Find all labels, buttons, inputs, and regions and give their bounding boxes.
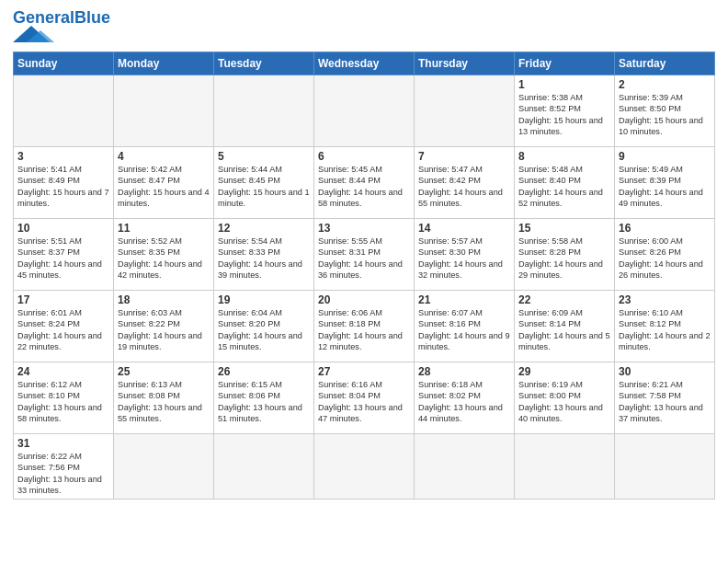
calendar-cell: 2Sunrise: 5:39 AM Sunset: 8:50 PM Daylig… (615, 75, 715, 146)
day-info: Sunrise: 6:10 AM Sunset: 8:12 PM Dayligh… (619, 307, 711, 353)
logo: GeneralBlue (13, 9, 110, 46)
calendar-cell: 29Sunrise: 6:19 AM Sunset: 8:00 PM Dayli… (515, 362, 615, 433)
day-number: 2 (619, 78, 711, 91)
calendar-cell: 10Sunrise: 5:51 AM Sunset: 8:37 PM Dayli… (14, 218, 114, 290)
calendar-week-row: 17Sunrise: 6:01 AM Sunset: 8:24 PM Dayli… (14, 290, 715, 362)
day-info: Sunrise: 5:41 AM Sunset: 8:49 PM Dayligh… (17, 164, 109, 210)
day-info: Sunrise: 6:06 AM Sunset: 8:18 PM Dayligh… (318, 307, 410, 353)
day-info: Sunrise: 5:55 AM Sunset: 8:31 PM Dayligh… (318, 236, 410, 282)
logo-icon (13, 26, 68, 42)
weekday-header-tuesday: Tuesday (214, 52, 314, 75)
day-info: Sunrise: 5:52 AM Sunset: 8:35 PM Dayligh… (118, 236, 210, 282)
calendar-cell: 6Sunrise: 5:45 AM Sunset: 8:44 PM Daylig… (314, 146, 415, 218)
day-number: 20 (318, 293, 410, 306)
calendar-cell (314, 75, 415, 146)
calendar-cell (515, 433, 615, 500)
day-number: 5 (218, 150, 310, 163)
day-number: 19 (218, 293, 310, 306)
day-number: 21 (418, 293, 510, 306)
calendar-cell: 27Sunrise: 6:16 AM Sunset: 8:04 PM Dayli… (314, 362, 415, 433)
day-info: Sunrise: 6:15 AM Sunset: 8:06 PM Dayligh… (218, 379, 310, 425)
calendar-week-row: 10Sunrise: 5:51 AM Sunset: 8:37 PM Dayli… (14, 218, 715, 290)
calendar-cell (415, 75, 515, 146)
day-number: 17 (17, 293, 109, 306)
calendar-cell (214, 433, 314, 500)
day-number: 18 (118, 293, 210, 306)
calendar-cell (314, 433, 415, 500)
calendar-cell: 20Sunrise: 6:06 AM Sunset: 8:18 PM Dayli… (314, 290, 415, 362)
day-number: 3 (17, 150, 109, 163)
day-number: 4 (118, 150, 210, 163)
calendar-cell: 12Sunrise: 5:54 AM Sunset: 8:33 PM Dayli… (214, 218, 314, 290)
calendar-cell: 8Sunrise: 5:48 AM Sunset: 8:40 PM Daylig… (515, 146, 615, 218)
day-info: Sunrise: 5:58 AM Sunset: 8:28 PM Dayligh… (518, 236, 610, 282)
day-number: 1 (518, 78, 610, 91)
day-info: Sunrise: 5:38 AM Sunset: 8:52 PM Dayligh… (518, 92, 610, 138)
day-number: 24 (17, 365, 109, 378)
calendar-cell: 17Sunrise: 6:01 AM Sunset: 8:24 PM Dayli… (14, 290, 114, 362)
day-info: Sunrise: 5:42 AM Sunset: 8:47 PM Dayligh… (118, 164, 210, 210)
calendar-cell: 16Sunrise: 6:00 AM Sunset: 8:26 PM Dayli… (615, 218, 715, 290)
weekday-header-friday: Friday (515, 52, 615, 75)
calendar-cell (114, 433, 214, 500)
calendar-cell: 24Sunrise: 6:12 AM Sunset: 8:10 PM Dayli… (14, 362, 114, 433)
calendar-cell (114, 75, 214, 146)
day-number: 23 (619, 293, 711, 306)
logo-blue: Blue (74, 8, 110, 27)
calendar-cell: 5Sunrise: 5:44 AM Sunset: 8:45 PM Daylig… (214, 146, 314, 218)
day-number: 14 (418, 222, 510, 235)
calendar-cell: 15Sunrise: 5:58 AM Sunset: 8:28 PM Dayli… (515, 218, 615, 290)
weekday-header-sunday: Sunday (14, 52, 114, 75)
logo-general: General (13, 8, 74, 27)
day-info: Sunrise: 6:00 AM Sunset: 8:26 PM Dayligh… (619, 236, 711, 282)
day-number: 13 (318, 222, 410, 235)
calendar-cell: 7Sunrise: 5:47 AM Sunset: 8:42 PM Daylig… (415, 146, 515, 218)
day-number: 30 (619, 365, 711, 378)
calendar-cell: 22Sunrise: 6:09 AM Sunset: 8:14 PM Dayli… (515, 290, 615, 362)
day-info: Sunrise: 5:49 AM Sunset: 8:39 PM Dayligh… (619, 164, 711, 210)
day-number: 7 (418, 150, 510, 163)
day-info: Sunrise: 5:48 AM Sunset: 8:40 PM Dayligh… (518, 164, 610, 210)
calendar-cell (615, 433, 715, 500)
day-number: 8 (518, 150, 610, 163)
day-info: Sunrise: 6:16 AM Sunset: 8:04 PM Dayligh… (318, 379, 410, 425)
calendar-cell: 14Sunrise: 5:57 AM Sunset: 8:30 PM Dayli… (415, 218, 515, 290)
calendar-cell (214, 75, 314, 146)
calendar-cell: 4Sunrise: 5:42 AM Sunset: 8:47 PM Daylig… (114, 146, 214, 218)
page-header: GeneralBlue (13, 9, 715, 46)
day-info: Sunrise: 5:39 AM Sunset: 8:50 PM Dayligh… (619, 92, 711, 138)
day-number: 31 (17, 437, 109, 450)
day-number: 6 (318, 150, 410, 163)
weekday-header-saturday: Saturday (615, 52, 715, 75)
day-info: Sunrise: 6:12 AM Sunset: 8:10 PM Dayligh… (17, 379, 109, 425)
weekday-header-monday: Monday (114, 52, 214, 75)
calendar-week-row: 31Sunrise: 6:22 AM Sunset: 7:56 PM Dayli… (14, 433, 715, 500)
day-info: Sunrise: 6:13 AM Sunset: 8:08 PM Dayligh… (118, 379, 210, 425)
calendar-cell: 31Sunrise: 6:22 AM Sunset: 7:56 PM Dayli… (14, 433, 114, 500)
weekday-header-wednesday: Wednesday (314, 52, 415, 75)
calendar-cell: 21Sunrise: 6:07 AM Sunset: 8:16 PM Dayli… (415, 290, 515, 362)
day-info: Sunrise: 6:01 AM Sunset: 8:24 PM Dayligh… (17, 307, 109, 353)
weekday-header-row: SundayMondayTuesdayWednesdayThursdayFrid… (14, 52, 715, 75)
calendar-table: SundayMondayTuesdayWednesdayThursdayFrid… (13, 52, 715, 500)
day-info: Sunrise: 6:03 AM Sunset: 8:22 PM Dayligh… (118, 307, 210, 353)
calendar-cell: 30Sunrise: 6:21 AM Sunset: 7:58 PM Dayli… (615, 362, 715, 433)
calendar-week-row: 3Sunrise: 5:41 AM Sunset: 8:49 PM Daylig… (14, 146, 715, 218)
calendar-week-row: 24Sunrise: 6:12 AM Sunset: 8:10 PM Dayli… (14, 362, 715, 433)
day-info: Sunrise: 5:44 AM Sunset: 8:45 PM Dayligh… (218, 164, 310, 210)
day-number: 12 (218, 222, 310, 235)
calendar-cell: 19Sunrise: 6:04 AM Sunset: 8:20 PM Dayli… (214, 290, 314, 362)
day-info: Sunrise: 5:51 AM Sunset: 8:37 PM Dayligh… (17, 236, 109, 282)
calendar-cell: 25Sunrise: 6:13 AM Sunset: 8:08 PM Dayli… (114, 362, 214, 433)
day-number: 15 (518, 222, 610, 235)
day-info: Sunrise: 6:19 AM Sunset: 8:00 PM Dayligh… (518, 379, 610, 425)
calendar-cell: 23Sunrise: 6:10 AM Sunset: 8:12 PM Dayli… (615, 290, 715, 362)
day-info: Sunrise: 6:22 AM Sunset: 7:56 PM Dayligh… (17, 451, 109, 497)
day-info: Sunrise: 5:57 AM Sunset: 8:30 PM Dayligh… (418, 236, 510, 282)
calendar-cell: 18Sunrise: 6:03 AM Sunset: 8:22 PM Dayli… (114, 290, 214, 362)
calendar-cell (14, 75, 114, 146)
day-number: 22 (518, 293, 610, 306)
calendar-cell (415, 433, 515, 500)
day-info: Sunrise: 6:09 AM Sunset: 8:14 PM Dayligh… (518, 307, 610, 353)
day-info: Sunrise: 5:54 AM Sunset: 8:33 PM Dayligh… (218, 236, 310, 282)
